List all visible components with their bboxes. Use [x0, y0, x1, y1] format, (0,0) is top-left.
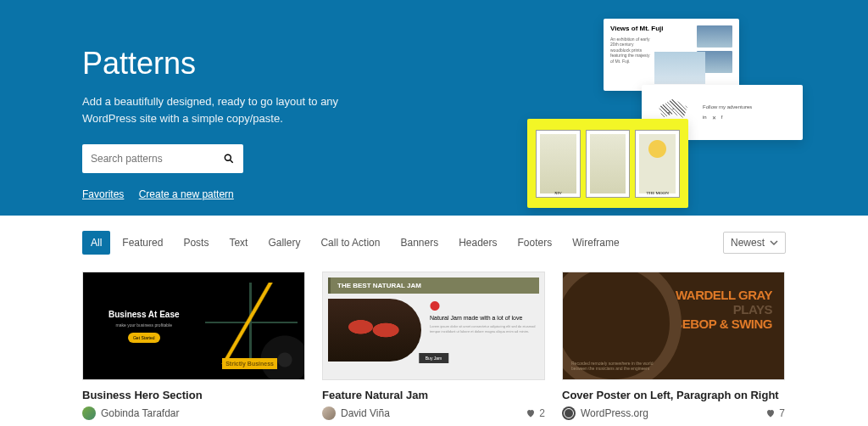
filter-footers[interactable]: Footers [509, 231, 561, 255]
pattern-title: Business Hero Section [82, 389, 305, 401]
search-icon [223, 153, 235, 165]
pattern-thumbnail: Business At Ease make your business prof… [82, 272, 305, 380]
sort-label: Newest [731, 237, 765, 249]
pattern-thumbnail: WARDELL GRAY PLAYS BEBOP & SWING Recorde… [562, 272, 785, 380]
heart-icon [526, 408, 536, 418]
preview-card-fuji: Views of Mt. Fuji An exhibition of early… [604, 19, 739, 91]
filter-text[interactable]: Text [220, 231, 256, 255]
like-count[interactable]: 7 [765, 407, 785, 419]
filter-cta[interactable]: Call to Action [312, 231, 388, 255]
pattern-card[interactable]: WARDELL GRAY PLAYS BEBOP & SWING Recorde… [562, 272, 785, 420]
pattern-card[interactable]: THE BEST NATURAL JAM Natural Jam made wi… [322, 272, 545, 420]
author-avatar [82, 406, 96, 420]
search-box[interactable] [82, 144, 243, 173]
create-pattern-link[interactable]: Create a new pattern [139, 188, 234, 200]
filter-gallery[interactable]: Gallery [259, 231, 309, 255]
heart-icon [765, 408, 776, 418]
chevron-down-icon [770, 238, 778, 247]
pattern-thumbnail: THE BEST NATURAL JAM Natural Jam made wi… [322, 272, 545, 380]
page-title: Patterns [82, 46, 353, 81]
author-name: Gobinda Tarafdar [101, 407, 180, 419]
strawberry-icon [430, 300, 440, 311]
sort-dropdown[interactable]: Newest [723, 232, 786, 254]
pattern-title: Feature Natural Jam [322, 389, 545, 401]
filter-posts[interactable]: Posts [175, 231, 217, 255]
filter-featured[interactable]: Featured [114, 231, 171, 255]
filter-wireframe[interactable]: Wireframe [564, 231, 627, 255]
hero-preview-cluster: Views of Mt. Fuji An exhibition of early… [506, 8, 811, 216]
page-subtitle: Add a beautifully designed, ready to go … [82, 93, 353, 127]
author-avatar [322, 406, 336, 420]
preview-follow-text: Follow my adventures [703, 104, 793, 109]
svg-point-0 [225, 155, 231, 161]
preview-desc: An exhibition of early 20th century wood… [610, 36, 653, 64]
filter-all[interactable]: All [82, 231, 110, 255]
pattern-grid: Business At Ease make your business prof… [82, 272, 786, 420]
filter-headers[interactable]: Headers [450, 231, 505, 255]
pattern-card[interactable]: Business At Ease make your business prof… [82, 272, 305, 420]
preview-card-tarot: XIV THE MOON [527, 119, 688, 208]
hero-banner: Patterns Add a beautifully designed, rea… [0, 0, 868, 216]
author-avatar [562, 406, 576, 420]
pattern-title: Cover Poster on Left, Paragraph on Right [562, 389, 785, 401]
filter-bar: All Featured Posts Text Gallery Call to … [82, 231, 786, 255]
author-name: WordPress.org [581, 407, 648, 419]
filter-banners[interactable]: Banners [392, 231, 447, 255]
svg-line-1 [230, 160, 232, 163]
favorites-link[interactable]: Favorites [82, 188, 124, 200]
search-input[interactable] [91, 153, 223, 165]
author-name: David Viña [341, 407, 390, 419]
like-count[interactable]: 2 [526, 407, 545, 419]
